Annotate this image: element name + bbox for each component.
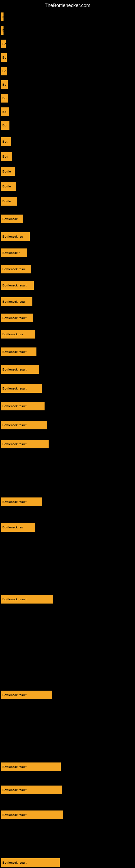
bar-label: Bo xyxy=(2,124,6,127)
bar-label: Bottleneck result xyxy=(2,284,27,287)
bar: Bottleneck result xyxy=(1,347,37,356)
bar-label: Bo xyxy=(2,110,6,113)
bar: Bottleneck resul xyxy=(1,297,32,306)
bar-row: Bottleneck res xyxy=(1,523,35,532)
bar: Bottle xyxy=(1,182,16,191)
bar: Bo xyxy=(1,80,8,89)
bar: B xyxy=(1,12,3,21)
bar-label: Bottleneck result xyxy=(2,693,27,696)
bar-label: Bo xyxy=(2,69,6,73)
bar: Bottleneck res xyxy=(1,523,35,532)
bar-label: Bot xyxy=(2,140,7,143)
bar-label: Bottleneck result xyxy=(2,424,27,427)
bar: Bottleneck result xyxy=(1,402,45,410)
bar: Bottleneck result xyxy=(1,595,53,603)
bar: Bo xyxy=(1,67,7,75)
bar-label: Bo xyxy=(2,83,6,86)
bar: Bottleneck result xyxy=(1,497,42,506)
bars-container: BBBoBoBoBoBoBoBoBotBottBottleBottleBottl… xyxy=(0,10,135,867)
bar-row: Bo xyxy=(1,121,9,130)
bar: Bottleneck result xyxy=(1,281,34,290)
bar: Bottleneck xyxy=(1,215,23,223)
bar-row: Bottleneck xyxy=(1,215,23,223)
bar: Bo xyxy=(1,53,7,62)
bar: Bot xyxy=(1,137,11,146)
bar-row: Bottleneck result xyxy=(1,281,34,290)
bar: Bottleneck res xyxy=(1,232,30,241)
bar-row: Bo xyxy=(1,53,7,62)
bar: Bottleneck result xyxy=(1,810,63,819)
bar: Bottleneck result xyxy=(1,384,42,393)
bar-label: Bottleneck r xyxy=(2,251,20,254)
bar-label: Bottleneck result xyxy=(2,765,27,769)
bar-row: Bott xyxy=(1,152,12,161)
site-title: TheBottlenecker.com xyxy=(0,0,135,10)
bar: Bottleneck r xyxy=(1,248,27,257)
bar-label: Bottleneck result xyxy=(2,788,27,792)
bar-row: Bottleneck result xyxy=(1,785,62,794)
bar-row: Bottleneck resul xyxy=(1,265,31,273)
bar-row: Bottle xyxy=(1,197,17,206)
bar: Bottleneck result xyxy=(1,365,39,374)
bar-row: Bottleneck result xyxy=(1,365,39,374)
bar-label: Bo xyxy=(2,56,6,59)
bar-row: Bo xyxy=(1,94,8,102)
bar-label: Bottleneck resul xyxy=(2,268,26,271)
bar-row: Bottleneck result xyxy=(1,858,60,867)
bar-row: Bottleneck resul xyxy=(1,297,32,306)
bar-label: Bottleneck result xyxy=(2,597,27,601)
bar: Bo xyxy=(1,94,8,102)
bar: Bottle xyxy=(1,197,17,206)
bar-label: Bottle xyxy=(2,185,11,188)
bar-row: Bottle xyxy=(1,182,16,191)
bar-label: Bottleneck result xyxy=(2,861,27,864)
bar-label: Bottleneck res xyxy=(2,526,23,529)
bar: Bottleneck resul xyxy=(1,265,31,273)
bar: Bo xyxy=(1,121,9,130)
bar-label: Bottleneck res xyxy=(2,235,23,238)
bar-row: Bo xyxy=(1,107,9,116)
bar-row: Bottleneck result xyxy=(1,421,47,429)
bar: Bottleneck result xyxy=(1,858,60,867)
bar-label: Bottleneck res xyxy=(2,333,23,336)
bar-row: B xyxy=(1,26,3,35)
bar-row: Bottle xyxy=(1,167,15,176)
bar: B xyxy=(1,26,3,35)
bar-row: Bottleneck res xyxy=(1,232,30,241)
bar-label: B xyxy=(2,15,3,19)
bar-label: Bottleneck result xyxy=(2,813,27,816)
bar: Bott xyxy=(1,152,12,161)
bar-label: Bottle xyxy=(2,199,11,203)
bar-row: Bottleneck result xyxy=(1,810,63,819)
bar-label: Bottleneck result xyxy=(2,368,27,371)
bar: Bottleneck result xyxy=(1,440,49,448)
bar-label: Bottleneck result xyxy=(2,316,27,319)
bar: Bottleneck res xyxy=(1,330,35,339)
bar-label: B xyxy=(2,29,3,32)
bar-row: Bottleneck result xyxy=(1,314,33,322)
bar: Bottleneck result xyxy=(1,691,52,699)
bar-label: Bottleneck result xyxy=(2,350,27,353)
bar: Bottleneck result xyxy=(1,763,61,771)
bar-row: Bottleneck result xyxy=(1,384,42,393)
bar-row: Bottleneck res xyxy=(1,330,35,339)
bar-row: Bo xyxy=(1,80,8,89)
bar-row: Bottleneck result xyxy=(1,440,49,448)
bar-row: Bottleneck result xyxy=(1,595,53,603)
bar-row: Bot xyxy=(1,137,11,146)
bar: Bo xyxy=(1,107,9,116)
bar-label: Bo xyxy=(2,97,6,100)
bar-row: Bottleneck result xyxy=(1,763,61,771)
bar-label: Bottleneck resul xyxy=(2,300,26,303)
bar-label: Bottleneck result xyxy=(2,500,27,503)
bar-row: Bottleneck r xyxy=(1,248,27,257)
bar-label: Bottle xyxy=(2,170,11,173)
bar: Bottleneck result xyxy=(1,785,62,794)
bar-label: Bott xyxy=(2,155,8,158)
bar-row: Bottleneck result xyxy=(1,402,45,410)
bar-row: Bo xyxy=(1,67,7,75)
bar-row: Bottleneck result xyxy=(1,497,42,506)
bar-row: Bottleneck result xyxy=(1,347,37,356)
bar-row: B xyxy=(1,12,3,21)
bar-label: Bottleneck result xyxy=(2,442,27,446)
